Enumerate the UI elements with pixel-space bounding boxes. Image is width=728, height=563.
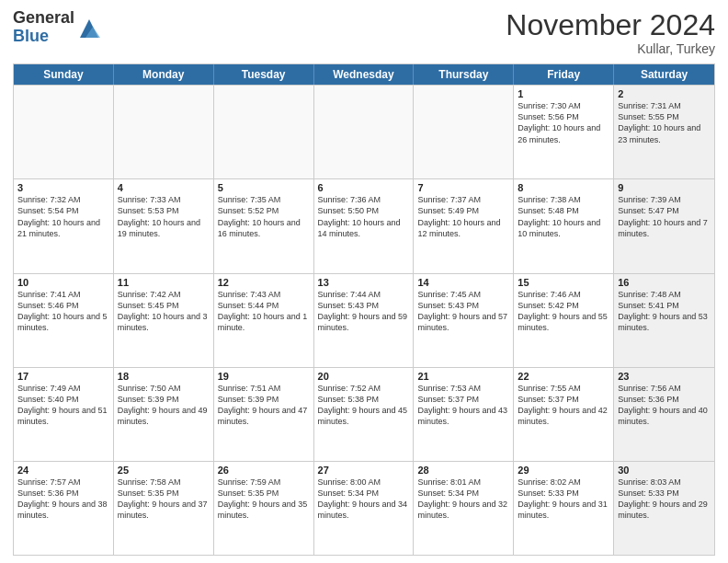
day-number: 22 (518, 371, 609, 382)
calendar-row-1: 3Sunrise: 7:32 AM Sunset: 5:54 PM Daylig… (14, 178, 714, 272)
calendar-cell-26: 26Sunrise: 7:59 AM Sunset: 5:35 PM Dayli… (214, 462, 314, 555)
calendar-cell-14: 14Sunrise: 7:45 AM Sunset: 5:43 PM Dayli… (414, 274, 514, 367)
day-info: Sunrise: 7:39 AM Sunset: 5:47 PM Dayligh… (618, 194, 711, 239)
logo-text: General Blue (13, 9, 74, 46)
calendar-cell-3: 3Sunrise: 7:32 AM Sunset: 5:54 PM Daylig… (14, 179, 114, 272)
calendar-cell-17: 17Sunrise: 7:49 AM Sunset: 5:40 PM Dayli… (14, 368, 114, 461)
month-title: November 2024 (506, 9, 715, 41)
day-number: 4 (118, 182, 210, 193)
day-number: 21 (417, 371, 509, 382)
day-number: 9 (618, 182, 711, 193)
day-number: 5 (218, 182, 310, 193)
calendar: SundayMondayTuesdayWednesdayThursdayFrid… (13, 63, 715, 556)
calendar-cell-empty-0-1 (114, 86, 214, 178)
page: General Blue November 2024 Kullar, Turke… (0, 0, 728, 563)
day-info: Sunrise: 8:03 AM Sunset: 5:33 PM Dayligh… (618, 477, 711, 522)
weekday-header-wednesday: Wednesday (314, 64, 415, 85)
calendar-row-2: 10Sunrise: 7:41 AM Sunset: 5:46 PM Dayli… (14, 273, 714, 367)
calendar-cell-5: 5Sunrise: 7:35 AM Sunset: 5:52 PM Daylig… (214, 179, 314, 272)
day-info: Sunrise: 7:43 AM Sunset: 5:44 PM Dayligh… (218, 289, 310, 334)
day-info: Sunrise: 7:42 AM Sunset: 5:45 PM Dayligh… (118, 289, 210, 334)
day-info: Sunrise: 7:49 AM Sunset: 5:40 PM Dayligh… (17, 383, 109, 428)
day-number: 10 (17, 277, 109, 288)
calendar-cell-6: 6Sunrise: 7:36 AM Sunset: 5:50 PM Daylig… (314, 179, 415, 272)
day-number: 11 (118, 277, 210, 288)
day-number: 30 (618, 465, 711, 476)
day-info: Sunrise: 7:46 AM Sunset: 5:42 PM Dayligh… (518, 289, 609, 334)
calendar-cell-8: 8Sunrise: 7:38 AM Sunset: 5:48 PM Daylig… (514, 179, 614, 272)
calendar-row-4: 24Sunrise: 7:57 AM Sunset: 5:36 PM Dayli… (14, 461, 714, 555)
calendar-cell-18: 18Sunrise: 7:50 AM Sunset: 5:39 PM Dayli… (114, 368, 214, 461)
calendar-row-3: 17Sunrise: 7:49 AM Sunset: 5:40 PM Dayli… (14, 367, 714, 461)
calendar-cell-empty-0-2 (214, 86, 314, 178)
calendar-cell-15: 15Sunrise: 7:46 AM Sunset: 5:42 PM Dayli… (514, 274, 614, 367)
day-info: Sunrise: 7:50 AM Sunset: 5:39 PM Dayligh… (118, 383, 210, 428)
day-info: Sunrise: 8:01 AM Sunset: 5:34 PM Dayligh… (417, 477, 509, 522)
day-info: Sunrise: 8:02 AM Sunset: 5:33 PM Dayligh… (518, 477, 609, 522)
day-number: 27 (318, 465, 410, 476)
day-info: Sunrise: 7:53 AM Sunset: 5:37 PM Dayligh… (417, 383, 509, 428)
calendar-cell-25: 25Sunrise: 7:58 AM Sunset: 5:35 PM Dayli… (114, 462, 214, 555)
calendar-cell-28: 28Sunrise: 8:01 AM Sunset: 5:34 PM Dayli… (414, 462, 514, 555)
day-info: Sunrise: 7:32 AM Sunset: 5:54 PM Dayligh… (17, 194, 109, 239)
day-info: Sunrise: 7:45 AM Sunset: 5:43 PM Dayligh… (417, 289, 509, 334)
day-number: 19 (218, 371, 310, 382)
weekday-header-friday: Friday (514, 64, 614, 85)
calendar-cell-4: 4Sunrise: 7:33 AM Sunset: 5:53 PM Daylig… (114, 179, 214, 272)
day-info: Sunrise: 7:59 AM Sunset: 5:35 PM Dayligh… (218, 477, 310, 522)
calendar-cell-20: 20Sunrise: 7:52 AM Sunset: 5:38 PM Dayli… (314, 368, 415, 461)
day-info: Sunrise: 7:35 AM Sunset: 5:52 PM Dayligh… (218, 194, 310, 239)
weekday-header-tuesday: Tuesday (214, 64, 314, 85)
day-info: Sunrise: 7:38 AM Sunset: 5:48 PM Dayligh… (518, 194, 609, 239)
day-info: Sunrise: 7:52 AM Sunset: 5:38 PM Dayligh… (318, 383, 410, 428)
calendar-cell-7: 7Sunrise: 7:37 AM Sunset: 5:49 PM Daylig… (414, 179, 514, 272)
calendar-header: SundayMondayTuesdayWednesdayThursdayFrid… (14, 64, 714, 85)
calendar-cell-16: 16Sunrise: 7:48 AM Sunset: 5:41 PM Dayli… (614, 274, 714, 367)
day-info: Sunrise: 7:37 AM Sunset: 5:49 PM Dayligh… (417, 194, 509, 239)
day-number: 28 (417, 465, 509, 476)
calendar-cell-29: 29Sunrise: 8:02 AM Sunset: 5:33 PM Dayli… (514, 462, 614, 555)
day-info: Sunrise: 7:36 AM Sunset: 5:50 PM Dayligh… (318, 194, 410, 239)
day-number: 7 (417, 182, 509, 193)
calendar-cell-10: 10Sunrise: 7:41 AM Sunset: 5:46 PM Dayli… (14, 274, 114, 367)
day-number: 20 (318, 371, 410, 382)
day-info: Sunrise: 7:56 AM Sunset: 5:36 PM Dayligh… (618, 383, 711, 428)
calendar-cell-23: 23Sunrise: 7:56 AM Sunset: 5:36 PM Dayli… (614, 368, 714, 461)
day-number: 29 (518, 465, 609, 476)
day-info: Sunrise: 7:33 AM Sunset: 5:53 PM Dayligh… (118, 194, 210, 239)
day-number: 23 (618, 371, 711, 382)
title-block: November 2024 Kullar, Turkey (506, 9, 715, 56)
day-info: Sunrise: 7:57 AM Sunset: 5:36 PM Dayligh… (17, 477, 109, 522)
day-number: 8 (518, 182, 609, 193)
day-number: 3 (17, 182, 109, 193)
day-number: 15 (518, 277, 609, 288)
day-number: 17 (17, 371, 109, 382)
calendar-cell-12: 12Sunrise: 7:43 AM Sunset: 5:44 PM Dayli… (214, 274, 314, 367)
day-number: 13 (318, 277, 410, 288)
calendar-cell-1: 1Sunrise: 7:30 AM Sunset: 5:56 PM Daylig… (514, 86, 614, 178)
weekday-header-saturday: Saturday (614, 64, 714, 85)
day-number: 26 (218, 465, 310, 476)
day-info: Sunrise: 7:58 AM Sunset: 5:35 PM Dayligh… (118, 477, 210, 522)
calendar-row-0: 1Sunrise: 7:30 AM Sunset: 5:56 PM Daylig… (14, 85, 714, 178)
header: General Blue November 2024 Kullar, Turke… (13, 9, 715, 56)
day-info: Sunrise: 7:51 AM Sunset: 5:39 PM Dayligh… (218, 383, 310, 428)
logo-icon (76, 16, 102, 41)
calendar-cell-22: 22Sunrise: 7:55 AM Sunset: 5:37 PM Dayli… (514, 368, 614, 461)
calendar-cell-27: 27Sunrise: 8:00 AM Sunset: 5:34 PM Dayli… (314, 462, 415, 555)
day-number: 24 (17, 465, 109, 476)
logo-general: General (13, 9, 74, 28)
calendar-cell-2: 2Sunrise: 7:31 AM Sunset: 5:55 PM Daylig… (614, 86, 714, 178)
calendar-cell-empty-0-4 (414, 86, 514, 178)
day-number: 1 (518, 88, 609, 99)
day-number: 25 (118, 465, 210, 476)
weekday-header-monday: Monday (114, 64, 214, 85)
calendar-cell-13: 13Sunrise: 7:44 AM Sunset: 5:43 PM Dayli… (314, 274, 415, 367)
day-info: Sunrise: 7:30 AM Sunset: 5:56 PM Dayligh… (518, 100, 609, 145)
logo-blue: Blue (13, 28, 74, 46)
day-number: 2 (618, 88, 711, 99)
day-number: 12 (218, 277, 310, 288)
location: Kullar, Turkey (506, 41, 715, 56)
weekday-header-sunday: Sunday (14, 64, 114, 85)
day-info: Sunrise: 8:00 AM Sunset: 5:34 PM Dayligh… (318, 477, 410, 522)
